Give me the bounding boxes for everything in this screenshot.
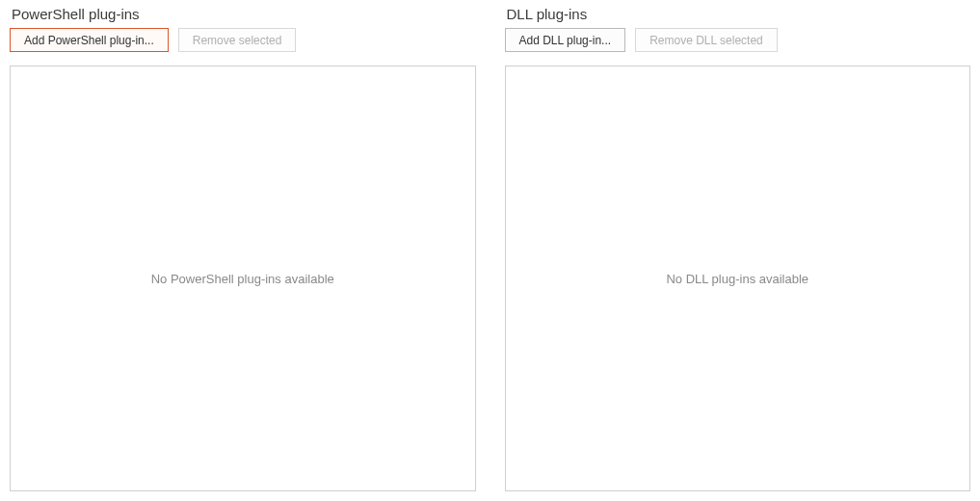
powershell-section-title: PowerShell plug-ins xyxy=(12,6,476,22)
dll-plugins-list[interactable]: No DLL plug-ins available xyxy=(505,66,971,491)
add-dll-plugin-button[interactable]: Add DLL plug-in... xyxy=(505,28,626,52)
add-powershell-plugin-button[interactable]: Add PowerShell plug-in... xyxy=(10,28,169,52)
dll-plugins-panel: DLL plug-ins Add DLL plug-in... Remove D… xyxy=(505,6,971,491)
powershell-plugins-list[interactable]: No PowerShell plug-ins available xyxy=(10,66,476,491)
dll-empty-text: No DLL plug-ins available xyxy=(666,272,808,286)
powershell-plugins-panel: PowerShell plug-ins Add PowerShell plug-… xyxy=(10,6,476,491)
remove-dll-plugin-button: Remove DLL selected xyxy=(635,28,778,52)
dll-section-title: DLL plug-ins xyxy=(507,6,971,22)
powershell-button-row: Add PowerShell plug-in... Remove selecte… xyxy=(10,28,476,52)
plugin-settings-layout: PowerShell plug-ins Add PowerShell plug-… xyxy=(0,0,980,501)
powershell-empty-text: No PowerShell plug-ins available xyxy=(151,272,334,286)
dll-button-row: Add DLL plug-in... Remove DLL selected xyxy=(505,28,971,52)
remove-powershell-plugin-button: Remove selected xyxy=(178,28,297,52)
